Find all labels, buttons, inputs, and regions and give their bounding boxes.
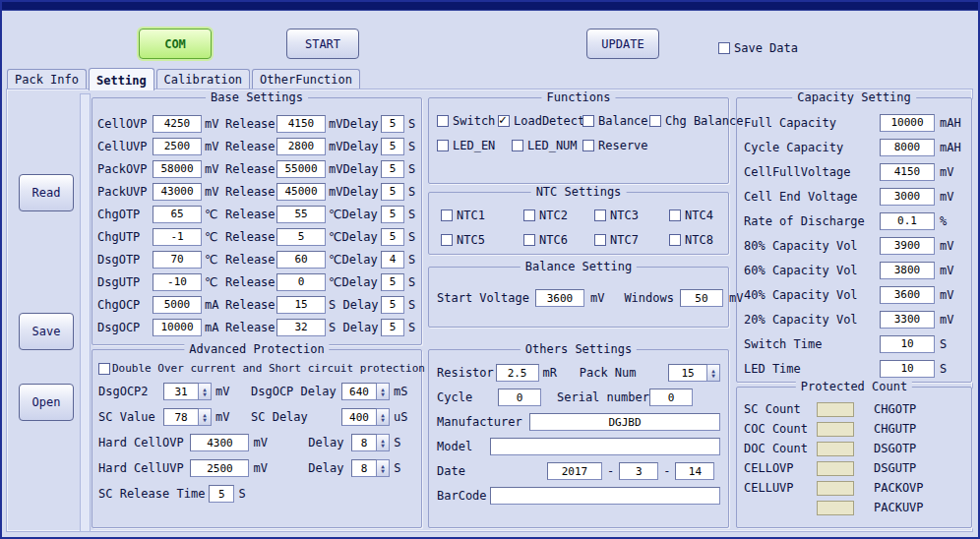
checkbox-box[interactable] [594,210,606,221]
tab[interactable]: Setting [89,68,154,90]
release-value-input[interactable] [276,228,326,246]
serial-number-input[interactable] [649,389,693,406]
ntc-checkbox[interactable]: NTC3 [594,209,669,222]
param-value-input[interactable] [153,273,202,291]
spinner-buttons[interactable]: ▲▼ [199,383,212,400]
checkbox-box[interactable] [498,115,510,127]
function-checkbox[interactable]: Balance [582,114,649,128]
save-data-checkbox[interactable]: Save Data [718,41,798,55]
delay-value-input[interactable] [381,138,404,155]
save-button[interactable]: Save [19,313,74,350]
hard-cellovp-input[interactable] [190,434,249,451]
delay-value-input[interactable] [381,228,404,246]
param-value-input[interactable] [153,228,202,246]
checkbox-box[interactable] [582,140,594,151]
titlebar[interactable] [2,2,978,11]
function-checkbox[interactable]: Reserve [582,139,688,152]
function-checkbox[interactable]: Switch [437,114,498,128]
release-value-input[interactable] [276,138,326,155]
checkbox-box[interactable] [512,140,523,151]
checkbox-box[interactable] [441,234,453,246]
capacity-input[interactable] [880,237,935,255]
checkbox-box[interactable] [98,363,110,375]
param-value-input[interactable] [153,251,202,269]
com-button[interactable]: COM [139,29,212,59]
release-value-input[interactable] [276,183,326,201]
spinner-buttons[interactable]: ▲▼ [199,408,212,426]
checkbox-box[interactable] [669,234,681,246]
tab[interactable]: Calibration [156,69,250,90]
spinner-buttons[interactable]: ▲▼ [377,434,390,451]
function-checkbox[interactable]: LED_EN [437,139,512,152]
windows-input[interactable] [680,289,723,307]
delay-value-input[interactable] [381,296,404,314]
sc-release-input[interactable] [209,485,234,503]
sc-value-input[interactable] [163,408,199,426]
checkbox-box[interactable] [594,234,606,246]
cycle-input[interactable] [498,389,541,406]
release-value-input[interactable] [276,115,326,133]
ntc-checkbox[interactable]: NTC1 [441,209,523,222]
release-value-input[interactable] [276,273,326,291]
ntc-checkbox[interactable]: NTC8 [669,233,728,247]
function-checkbox[interactable]: Chg Balance [649,114,743,128]
capacity-input[interactable] [880,335,935,353]
capacity-input[interactable] [880,311,935,329]
barcode-input[interactable] [490,487,720,505]
pack-num-input[interactable] [668,364,707,382]
hard-cellovp-delay-input[interactable] [351,434,377,451]
checkbox-box[interactable] [649,115,661,127]
delay-value-input[interactable] [381,251,404,269]
release-value-input[interactable] [276,319,326,336]
read-button[interactable]: Read [19,174,74,211]
dsgocp-delay-input[interactable] [341,383,377,400]
checkbox-box[interactable] [437,140,449,151]
sc-delay-input[interactable] [341,408,377,426]
start-voltage-input[interactable] [535,289,584,307]
capacity-input[interactable] [880,114,935,132]
ntc-checkbox[interactable]: NTC4 [669,209,728,222]
double-protection-checkbox[interactable]: Double Over current and Short circuit pr… [98,362,415,375]
checkbox-box[interactable] [523,210,535,221]
param-value-input[interactable] [153,115,202,133]
manufacturer-input[interactable] [529,413,720,431]
release-value-input[interactable] [276,296,326,314]
dsgocp2-input[interactable] [163,383,199,400]
capacity-input[interactable] [880,212,935,230]
spinner-buttons[interactable]: ▲▼ [377,408,390,426]
param-value-input[interactable] [153,183,202,201]
checkbox-box[interactable] [669,210,681,221]
update-button[interactable]: UPDATE [586,29,659,59]
delay-value-input[interactable] [381,183,404,201]
param-value-input[interactable] [153,160,202,178]
hard-celluvp-delay-input[interactable] [351,459,377,477]
date-month-input[interactable] [619,462,658,480]
delay-value-input[interactable] [381,206,404,223]
start-button[interactable]: START [286,29,359,59]
param-value-input[interactable] [153,296,202,314]
release-value-input[interactable] [276,251,326,269]
delay-value-input[interactable] [381,160,404,178]
param-value-input[interactable] [153,138,202,155]
open-button[interactable]: Open [19,384,74,421]
checkbox-box[interactable] [718,42,730,54]
release-value-input[interactable] [276,160,326,178]
date-year-input[interactable] [547,462,602,480]
tab[interactable]: Pack Info [7,69,87,90]
function-checkbox[interactable]: LED_NUM [512,139,582,152]
ntc-checkbox[interactable]: NTC7 [594,233,669,247]
resistor-input[interactable] [496,364,539,382]
spinner-buttons[interactable]: ▲▼ [377,383,390,400]
date-day-input[interactable] [675,462,714,480]
capacity-input[interactable] [880,286,935,304]
ntc-checkbox[interactable]: NTC2 [523,209,594,222]
ntc-checkbox[interactable]: NTC6 [523,233,594,247]
checkbox-box[interactable] [437,115,449,127]
hard-celluvp-input[interactable] [190,459,249,477]
delay-value-input[interactable] [381,273,404,291]
delay-value-input[interactable] [381,115,404,133]
spinner-buttons[interactable]: ▲▼ [377,459,390,477]
capacity-input[interactable] [880,163,935,181]
param-value-input[interactable] [153,319,202,336]
spinner-buttons[interactable]: ▲▼ [707,364,720,382]
